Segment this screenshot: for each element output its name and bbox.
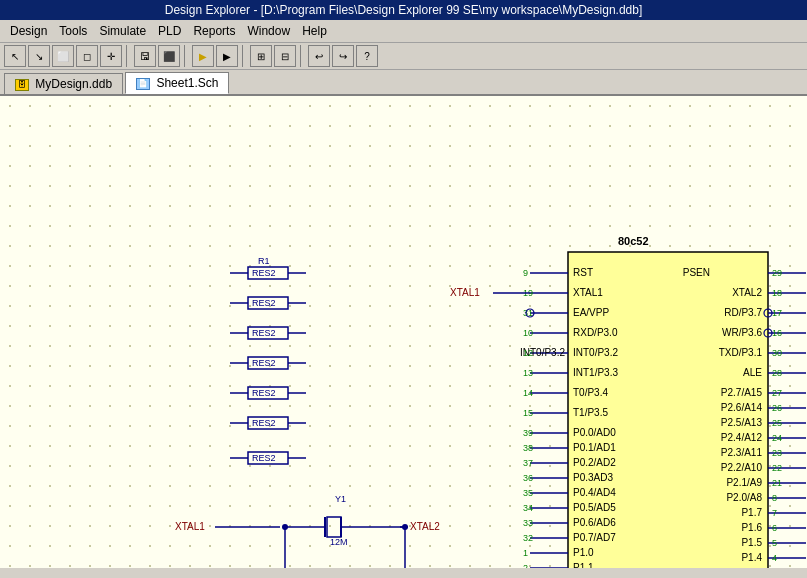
svg-text:22: 22 [772,463,782,473]
run-tool[interactable]: ▶ [216,45,238,67]
svg-text:29: 29 [772,268,782,278]
title-text: Design Explorer - [D:\Program Files\Desi… [165,3,643,17]
help-tool[interactable]: ? [356,45,378,67]
yellow-tool[interactable]: ▶ [192,45,214,67]
svg-text:T1/P3.5: T1/P3.5 [573,407,608,418]
toolbar: ↖ ↘ ⬜ ◻ ✛ 🖫 ⬛ ▶ ▶ ⊞ ⊟ ↩ ↪ ? [0,43,807,70]
svg-text:TXD/P3.1: TXD/P3.1 [719,347,763,358]
box-select-tool[interactable]: ⬜ [52,45,74,67]
svg-text:P2.1/A9: P2.1/A9 [726,477,762,488]
svg-text:RES2: RES2 [252,358,276,368]
undo-tool[interactable]: ↩ [308,45,330,67]
r1-label: R1 [258,256,270,266]
svg-rect-32 [327,517,341,537]
svg-text:P2.4/A12: P2.4/A12 [721,432,763,443]
svg-text:P0.7/AD7: P0.7/AD7 [573,532,616,543]
svg-text:32: 32 [523,533,533,543]
schematic-area[interactable]: R1 RES2 RES2 RES2 RES2 [0,96,807,568]
grid-tool[interactable]: ⊞ [250,45,272,67]
svg-text:P1.1: P1.1 [573,562,594,568]
svg-text:T0/P3.4: T0/P3.4 [573,387,608,398]
tab-sheet1[interactable]: 📄 Sheet1.Sch [125,72,229,94]
menu-pld[interactable]: PLD [152,22,187,40]
tab-mydesign[interactable]: 🗄 MyDesign.ddb [4,73,123,94]
resistor-5: RES2 [230,387,306,399]
svg-text:24: 24 [772,433,782,443]
svg-text:16: 16 [772,328,782,338]
svg-text:7: 7 [772,508,777,518]
svg-text:RES2: RES2 [252,268,276,278]
crystal-value: 12M [330,537,348,547]
svg-text:28: 28 [772,368,782,378]
svg-text:P0.4/AD4: P0.4/AD4 [573,487,616,498]
svg-text:P0.6/AD6: P0.6/AD6 [573,517,616,528]
svg-text:36: 36 [523,473,533,483]
svg-text:35: 35 [523,488,533,498]
lasso-tool[interactable]: ◻ [76,45,98,67]
svg-text:RST: RST [573,267,593,278]
svg-text:RES2: RES2 [252,388,276,398]
wire-tool[interactable]: ⬛ [158,45,180,67]
svg-text:27: 27 [772,388,782,398]
schematic-svg: R1 RES2 RES2 RES2 RES2 [0,96,807,568]
svg-text:RD/P3.7: RD/P3.7 [724,307,762,318]
svg-text:RES2: RES2 [252,418,276,428]
svg-text:P0.2/AD2: P0.2/AD2 [573,457,616,468]
redo-tool[interactable]: ↪ [332,45,354,67]
component-tool[interactable]: 🖫 [134,45,156,67]
menu-reports[interactable]: Reports [187,22,241,40]
resistor-4: RES2 [230,357,306,369]
svg-text:39: 39 [523,428,533,438]
svg-text:INT1/P3.3: INT1/P3.3 [573,367,618,378]
svg-text:P1.7: P1.7 [741,507,762,518]
svg-text:P1.4: P1.4 [741,552,762,563]
menu-simulate[interactable]: Simulate [93,22,152,40]
xtal2-netlabel-right: XTAL2 [410,521,440,532]
svg-text:12: 12 [523,348,533,358]
svg-text:ALE: ALE [743,367,762,378]
resistor-6: RES2 [230,417,306,429]
svg-text:9: 9 [523,268,528,278]
select-tool[interactable]: ↖ [4,45,26,67]
cross-tool[interactable]: ✛ [100,45,122,67]
resistor-2: RES2 [230,297,306,309]
tab-bar: 🗄 MyDesign.ddb 📄 Sheet1.Sch [0,70,807,96]
svg-text:XTAL1: XTAL1 [450,287,480,298]
svg-text:13: 13 [523,368,533,378]
svg-text:1: 1 [523,548,528,558]
sep2 [184,45,188,67]
resistor-3: RES2 [230,327,306,339]
menu-window[interactable]: Window [241,22,296,40]
svg-text:6: 6 [772,523,777,533]
svg-text:P2.7/A15: P2.7/A15 [721,387,763,398]
svg-text:5: 5 [772,538,777,548]
svg-text:RXD/P3.0: RXD/P3.0 [573,327,618,338]
svg-text:P2.3/A11: P2.3/A11 [721,447,763,458]
svg-text:2: 2 [523,563,528,568]
resistor-1: RES2 [230,267,306,279]
xtal1-netlabel-left: XTAL1 [175,521,205,532]
menu-design[interactable]: Design [4,22,53,40]
svg-text:RES2: RES2 [252,328,276,338]
svg-text:P2.6/A14: P2.6/A14 [721,402,763,413]
sep4 [300,45,304,67]
svg-text:26: 26 [772,403,782,413]
grid2-tool[interactable]: ⊟ [274,45,296,67]
svg-text:P0.0/AD0: P0.0/AD0 [573,427,616,438]
svg-text:33: 33 [523,518,533,528]
arrow-tool[interactable]: ↘ [28,45,50,67]
svg-text:P0.5/AD5: P0.5/AD5 [573,502,616,513]
svg-text:P1.0: P1.0 [573,547,594,558]
svg-text:15: 15 [523,408,533,418]
svg-text:RES2: RES2 [252,298,276,308]
svg-text:18: 18 [772,288,782,298]
svg-text:30: 30 [772,348,782,358]
menu-help[interactable]: Help [296,22,333,40]
svg-text:P2.5/A13: P2.5/A13 [721,417,763,428]
svg-text:P1.3: P1.3 [741,567,762,568]
tab-mydesign-label: MyDesign.ddb [35,77,112,91]
svg-text:P1.6: P1.6 [741,522,762,533]
svg-text:34: 34 [523,503,533,513]
menu-tools[interactable]: Tools [53,22,93,40]
resistor-7: RES2 [230,452,306,464]
